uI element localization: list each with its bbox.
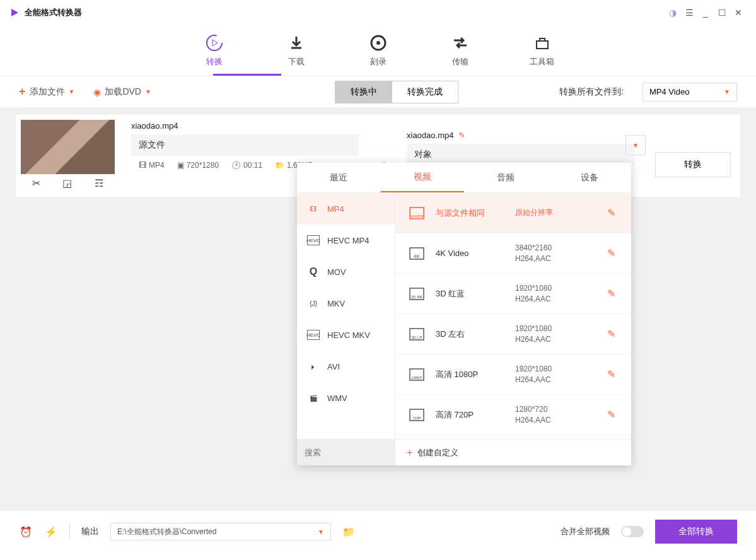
svg-text:3D LR: 3D LR — [411, 335, 422, 339]
preset-720p[interactable]: 720P 高清 720P 1280*720H264,AAC ✎ — [395, 395, 631, 435]
main-tabs: 转换 下载 刻录 传输 工具箱 — [0, 25, 756, 76]
output-path-select[interactable]: E:\全能格式转换器\Converted ▼ — [110, 523, 331, 540]
3d-rb-icon: 3D RB — [408, 285, 426, 303]
target-header: 对象 — [407, 144, 634, 165]
close-icon[interactable]: ✕ — [730, 8, 747, 18]
dd-tab-recent[interactable]: 最近 — [297, 163, 381, 192]
video-thumbnail[interactable] — [21, 120, 115, 174]
svg-point-1 — [207, 35, 222, 50]
svg-marker-2 — [212, 40, 218, 46]
tab-toolbox[interactable]: 工具箱 — [523, 33, 561, 67]
maximize-icon[interactable]: ☐ — [714, 8, 730, 18]
thumb-tools: ✂ ◲ ☶ — [21, 174, 115, 192]
svg-rect-5 — [537, 41, 548, 49]
hevc-icon: HEVC — [307, 235, 320, 245]
dropdown-tabs: 最近 视频 音频 设备 — [297, 163, 631, 193]
bottombar: ⏰ ⚡ 输出 E:\全能格式转换器\Converted ▼ 📁 合并全部视频 全… — [0, 516, 756, 547]
folder-icon: 📁 — [275, 161, 284, 170]
merge-toggle[interactable] — [621, 526, 644, 537]
chevron-down-icon: ▼ — [318, 528, 324, 535]
resolution-icon: ▣ — [177, 161, 184, 170]
clock-icon: 🕑 — [231, 161, 241, 170]
toolbar: + 添加文件 ▼ ◉ 加载DVD ▼ 转换中 转换完成 转换所有文件到: MP4… — [0, 76, 756, 107]
format-dropdown: 最近 视频 音频 设备 🎞MP4 HEVCHEVC MP4 QMOV {J}MK… — [297, 163, 631, 465]
load-dvd-button[interactable]: ◉ 加载DVD ▼ — [93, 86, 151, 98]
triangle-down-icon: ▼ — [632, 142, 639, 149]
edit-icon[interactable]: ✎ — [458, 131, 465, 140]
seg-done[interactable]: 转换完成 — [392, 81, 458, 103]
edit-icon[interactable]: ✎ — [607, 207, 619, 219]
fmt-mp4[interactable]: 🎞MP4 — [297, 193, 395, 225]
convert-all-label: 转换所有文件到: — [559, 86, 624, 98]
tab-burn[interactable]: 刻录 — [359, 33, 397, 67]
app-logo-icon — [9, 8, 20, 18]
dd-tab-device[interactable]: 设备 — [548, 163, 632, 192]
preset-4k[interactable]: 4K 4K Video 3840*2160H264,AAC ✎ — [395, 233, 631, 274]
svg-text:1080P: 1080P — [411, 376, 422, 380]
user-icon[interactable]: ◑ — [665, 8, 681, 18]
format-select[interactable]: MP4 Video ▼ — [643, 83, 737, 102]
preset-same-as-source[interactable]: source 与源文件相同 原始分辨率 ✎ — [395, 193, 631, 233]
search-input[interactable] — [297, 440, 395, 465]
accelerate-icon[interactable]: ⚡ — [44, 526, 58, 538]
edit-icon[interactable]: ✎ — [607, 368, 619, 380]
4k-icon: 4K — [408, 245, 426, 262]
source-icon: source — [408, 204, 426, 222]
fmt-hevc-mp4[interactable]: HEVCHEVC MP4 — [297, 225, 395, 256]
720p-icon: 720P — [408, 406, 426, 424]
1080p-icon: 1080P — [408, 366, 426, 383]
svg-text:4K: 4K — [414, 254, 420, 259]
create-custom-button[interactable]: + 创建自定义 — [395, 447, 470, 458]
edit-icon[interactable]: ✎ — [607, 247, 619, 259]
tab-convert[interactable]: 转换 — [195, 33, 233, 67]
minimize-icon[interactable]: _ — [697, 8, 714, 18]
film-icon: 🎞 — [139, 161, 146, 170]
src-format: 🎞MP4 — [139, 161, 165, 170]
fmt-mov[interactable]: QMOV — [297, 256, 395, 288]
clapper-icon: 🎬 — [307, 393, 320, 403]
convert-button[interactable]: 转换 — [655, 152, 731, 177]
dd-tab-video[interactable]: 视频 — [381, 163, 465, 192]
fmt-mkv[interactable]: {J}MKV — [297, 288, 395, 319]
quicktime-icon: Q — [307, 267, 320, 277]
film-icon: 🎞 — [307, 204, 320, 214]
hevc-icon: HEVC — [307, 330, 320, 340]
format-list[interactable]: 🎞MP4 HEVCHEVC MP4 QMOV {J}MKV HEVCHEVC M… — [297, 193, 395, 439]
edit-icon[interactable]: ✎ — [607, 328, 619, 340]
add-file-button[interactable]: + 添加文件 ▼ — [19, 85, 74, 98]
fmt-hevc-mkv[interactable]: HEVCHEVC MKV — [297, 319, 395, 351]
edit-icon[interactable]: ✎ — [607, 288, 619, 300]
download-icon — [287, 33, 306, 52]
plus-icon: + — [19, 85, 26, 98]
settings-icon[interactable]: ☶ — [95, 177, 103, 189]
mkv-icon: {J} — [307, 298, 320, 308]
preset-list[interactable]: source 与源文件相同 原始分辨率 ✎ 4K 4K Video 3840*2… — [395, 193, 631, 439]
svg-text:3D RB: 3D RB — [411, 295, 422, 299]
open-folder-icon[interactable]: 📁 — [342, 526, 355, 538]
titlebar: 全能格式转换器 ◑ ☰ _ ☐ ✕ — [0, 0, 756, 25]
crop-icon[interactable]: ◲ — [62, 177, 72, 189]
preset-3d-lr[interactable]: 3D LR 3D 左右 1920*1080H264,AAC ✎ — [395, 314, 631, 354]
svg-marker-0 — [11, 9, 18, 16]
preset-3d-rb[interactable]: 3D RB 3D 红蓝 1920*1080H264,AAC ✎ — [395, 274, 631, 314]
cut-icon[interactable]: ✂ — [32, 177, 40, 189]
tab-download[interactable]: 下载 — [277, 33, 315, 67]
merge-label: 合并全部视频 — [561, 526, 610, 537]
target-format-dropdown-button[interactable]: ▼ — [625, 135, 646, 155]
source-header: 源文件 — [131, 134, 359, 156]
dd-tab-audio[interactable]: 音频 — [464, 163, 548, 192]
chevron-down-icon: ▼ — [69, 88, 75, 95]
play-icon: ⏵ — [307, 361, 320, 371]
convert-all-button[interactable]: 全部转换 — [655, 520, 737, 544]
seg-converting[interactable]: 转换中 — [335, 81, 392, 103]
svg-text:720P: 720P — [412, 416, 421, 420]
menu-icon[interactable]: ☰ — [681, 8, 697, 18]
preset-1080p[interactable]: 1080P 高清 1080P 1920*1080H264,AAC ✎ — [395, 354, 631, 395]
fmt-wmv[interactable]: 🎬WMV — [297, 382, 395, 414]
fmt-avi[interactable]: ⏵AVI — [297, 351, 395, 382]
chevron-down-icon: ▼ — [724, 88, 730, 95]
schedule-icon[interactable]: ⏰ — [19, 526, 33, 538]
tab-transfer[interactable]: 传输 — [441, 33, 479, 67]
3d-lr-icon: 3D LR — [408, 325, 426, 343]
edit-icon[interactable]: ✎ — [607, 409, 619, 421]
